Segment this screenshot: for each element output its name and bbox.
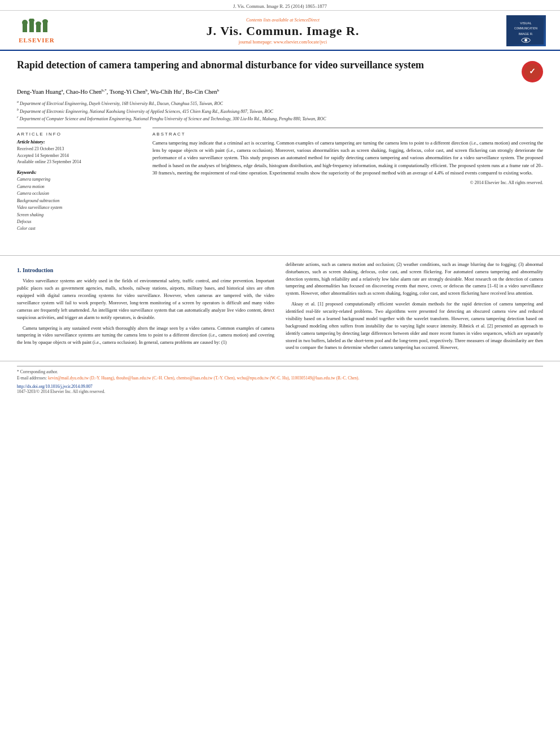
section-divider bbox=[0, 255, 560, 256]
keyword-2: Camera motion bbox=[17, 184, 141, 190]
paper-title-area: Rapid detection of camera tampering and … bbox=[17, 59, 543, 82]
email-label: E-mail addresses: bbox=[17, 375, 47, 381]
article-info-box: ARTICLE INFO Article history: Received 2… bbox=[17, 128, 141, 233]
keywords-title: Keywords: bbox=[17, 170, 141, 175]
keyword-4: Background subtraction bbox=[17, 198, 141, 204]
abstract-label: ABSTRACT bbox=[152, 132, 543, 137]
section-1-heading: 1. Introduction bbox=[17, 266, 274, 275]
body-para-2: Camera tampering is any sustained event … bbox=[17, 325, 274, 347]
footnote-corresponding: * Corresponding author. E-mail addresses… bbox=[17, 366, 543, 382]
abstract-text: Camera tampering may indicate that a cri… bbox=[152, 139, 543, 177]
svg-point-8 bbox=[42, 19, 48, 24]
paper-content: Rapid detection of camera tampering and … bbox=[0, 51, 560, 250]
keyword-5: Video surveillance system bbox=[17, 204, 141, 211]
body-para-3: deliberate actions, such as camera motio… bbox=[286, 261, 543, 298]
svg-text:IMAGE R.: IMAGE R. bbox=[519, 32, 533, 35]
visual-image-logo: VISUAL COMMUNICATION IMAGE R. bbox=[506, 15, 546, 46]
history-title: Article history: bbox=[17, 139, 141, 145]
authors-line: Deng-Yuan Huanga, Chao-Ho Chenb,*, Tsong… bbox=[17, 87, 543, 96]
science-direct-link: Contents lists available at ScienceDirec… bbox=[62, 18, 504, 23]
keyword-8: Color cast bbox=[17, 225, 141, 232]
keyword-1: Camera tampering bbox=[17, 176, 141, 183]
svg-point-7 bbox=[36, 21, 41, 26]
email-addresses: E-mail addresses: kevin@mail.dyu.edu.tw … bbox=[17, 375, 543, 381]
received-date: Received 23 October 2013 bbox=[17, 146, 141, 152]
journal-right-logo: VISUAL COMMUNICATION IMAGE R. bbox=[504, 15, 549, 46]
body-para-4: Aksay et al. [1] proposed computationall… bbox=[286, 301, 543, 352]
copyright-line: © 2014 Elsevier Inc. All rights reserved… bbox=[152, 180, 543, 185]
body-para-1: Video surveillance systems are widely us… bbox=[17, 278, 274, 321]
keyword-3: Camera occlusion bbox=[17, 190, 141, 197]
author-1: Deng-Yuan Huanga, bbox=[17, 89, 64, 95]
elsevier-tree-icon bbox=[17, 19, 56, 36]
svg-text:VISUAL: VISUAL bbox=[520, 21, 531, 24]
top-citation-bar: J. Vis. Commun. Image R. 25 (2014) 1865–… bbox=[0, 0, 560, 11]
article-info-label: ARTICLE INFO bbox=[17, 132, 141, 137]
elsevier-brand-text: ELSEVIER bbox=[19, 37, 55, 43]
affiliation-b: b Department of Electronic Engineering, … bbox=[17, 107, 543, 115]
article-info-col: ARTICLE INFO Article history: Received 2… bbox=[17, 128, 141, 237]
body-col-left: 1. Introduction Video surveillance syste… bbox=[17, 261, 274, 355]
visual-logo-icon: VISUAL COMMUNICATION IMAGE R. bbox=[509, 17, 544, 45]
svg-text:✓: ✓ bbox=[529, 67, 536, 76]
citation-text: J. Vis. Commun. Image R. 25 (2014) 1865–… bbox=[233, 3, 327, 9]
footer-area: * Corresponding author. E-mail addresses… bbox=[0, 361, 560, 396]
affiliation-c: c Department of Computer Science and Inf… bbox=[17, 115, 543, 122]
corresponding-note: * Corresponding author. bbox=[17, 369, 543, 375]
elsevier-logo: ELSEVIER bbox=[11, 19, 62, 43]
available-date: Available online 23 September 2014 bbox=[17, 159, 141, 165]
crossmark-badge: ✓ bbox=[522, 61, 543, 82]
science-direct-label: ScienceDirect bbox=[294, 18, 320, 23]
email-list: kevin@mail.dyu.edu.tw (D.-Y. Huang), tho… bbox=[48, 375, 359, 381]
abstract-section: ABSTRACT Camera tampering may indicate t… bbox=[152, 128, 543, 185]
body-col-right: deliberate actions, such as camera motio… bbox=[286, 261, 543, 355]
affiliation-a: a Department of Electrical Engineering, … bbox=[17, 99, 543, 107]
keyword-7: Defocus bbox=[17, 219, 141, 225]
svg-point-14 bbox=[524, 38, 527, 41]
article-history: Article history: Received 23 October 201… bbox=[17, 139, 141, 165]
author-4: Wu-Chih Huc, bbox=[150, 89, 184, 95]
keyword-6: Screen shaking bbox=[17, 212, 141, 219]
svg-text:COMMUNICATION: COMMUNICATION bbox=[514, 27, 537, 30]
doi-line: http://dx.doi.org/10.1016/j.jvcir.2014.0… bbox=[17, 384, 543, 389]
journal-title: J. Vis. Commun. Image R. bbox=[62, 24, 504, 38]
affiliations: a Department of Electrical Engineering, … bbox=[17, 99, 543, 122]
doi-link: http://dx.doi.org/10.1016/j.jvcir.2014.0… bbox=[17, 384, 93, 389]
crossmark-icon: ✓ bbox=[524, 63, 541, 80]
abstract-col: ABSTRACT Camera tampering may indicate t… bbox=[152, 128, 543, 237]
svg-point-5 bbox=[22, 20, 28, 25]
journal-homepage: journal homepage: www.elsevier.com/locat… bbox=[62, 40, 504, 45]
keywords-section: Keywords: Camera tampering Camera motion… bbox=[17, 170, 141, 233]
author-5: Bo-Cin Chenb bbox=[186, 89, 219, 95]
info-abstract-section: ARTICLE INFO Article history: Received 2… bbox=[17, 128, 543, 237]
issn-line: 1047-3203/© 2014 Elsevier Inc. All right… bbox=[17, 389, 543, 394]
body-text-section: 1. Introduction Video surveillance syste… bbox=[0, 261, 560, 355]
keywords-list: Camera tampering Camera motion Camera oc… bbox=[17, 176, 141, 233]
accepted-date: Accepted 14 September 2014 bbox=[17, 152, 141, 159]
journal-header: ELSEVIER Contents lists available at Sci… bbox=[0, 11, 560, 51]
paper-title: Rapid detection of camera tampering and … bbox=[17, 59, 424, 72]
journal-center-info: Contents lists available at ScienceDirec… bbox=[62, 18, 504, 45]
author-3: Tsong-Yi Chenb, bbox=[110, 89, 149, 95]
author-2: Chao-Ho Chenb,*, bbox=[66, 89, 108, 95]
